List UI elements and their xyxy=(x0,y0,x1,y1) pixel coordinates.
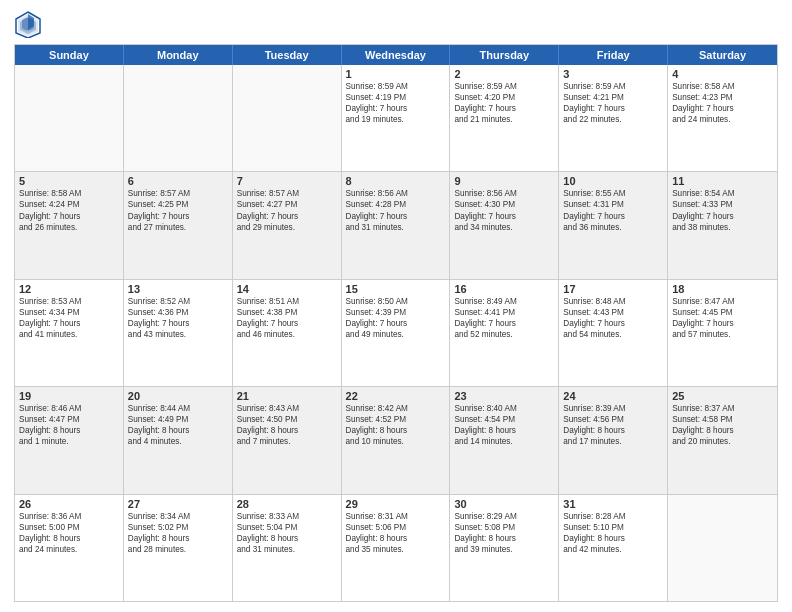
calendar-cell: 24Sunrise: 8:39 AMSunset: 4:56 PMDayligh… xyxy=(559,387,668,493)
cell-info-line: Daylight: 7 hours xyxy=(346,103,446,114)
header-day-sunday: Sunday xyxy=(15,45,124,65)
header-day-tuesday: Tuesday xyxy=(233,45,342,65)
cell-info-line: Daylight: 8 hours xyxy=(346,533,446,544)
cell-info-line: and 31 minutes. xyxy=(346,222,446,233)
cell-info-line: Sunrise: 8:59 AM xyxy=(454,81,554,92)
cell-info-line: Daylight: 7 hours xyxy=(346,211,446,222)
cell-info-line: Sunrise: 8:46 AM xyxy=(19,403,119,414)
cell-info-line: Daylight: 8 hours xyxy=(128,533,228,544)
cell-info-line: Sunrise: 8:57 AM xyxy=(237,188,337,199)
cell-info-line: and 22 minutes. xyxy=(563,114,663,125)
cell-info-line: and 46 minutes. xyxy=(237,329,337,340)
cell-info-line: and 28 minutes. xyxy=(128,544,228,555)
cell-info-line: and 34 minutes. xyxy=(454,222,554,233)
calendar-cell: 27Sunrise: 8:34 AMSunset: 5:02 PMDayligh… xyxy=(124,495,233,601)
cell-info-line: Sunrise: 8:57 AM xyxy=(128,188,228,199)
day-number: 13 xyxy=(128,283,228,295)
day-number: 11 xyxy=(672,175,773,187)
cell-info-line: Sunset: 4:28 PM xyxy=(346,199,446,210)
cell-info-line: Sunset: 4:38 PM xyxy=(237,307,337,318)
cell-info-line: Sunrise: 8:48 AM xyxy=(563,296,663,307)
cell-info-line: and 21 minutes. xyxy=(454,114,554,125)
day-number: 5 xyxy=(19,175,119,187)
day-number: 25 xyxy=(672,390,773,402)
logo xyxy=(14,10,46,38)
cell-info-line: Sunset: 4:52 PM xyxy=(346,414,446,425)
calendar: SundayMondayTuesdayWednesdayThursdayFrid… xyxy=(14,44,778,602)
cell-info-line: Sunset: 4:49 PM xyxy=(128,414,228,425)
calendar-week-4: 19Sunrise: 8:46 AMSunset: 4:47 PMDayligh… xyxy=(15,387,777,494)
calendar-cell: 11Sunrise: 8:54 AMSunset: 4:33 PMDayligh… xyxy=(668,172,777,278)
calendar-cell: 5Sunrise: 8:58 AMSunset: 4:24 PMDaylight… xyxy=(15,172,124,278)
cell-info-line: Sunset: 4:27 PM xyxy=(237,199,337,210)
calendar-cell xyxy=(233,65,342,171)
cell-info-line: Daylight: 7 hours xyxy=(563,103,663,114)
cell-info-line: Daylight: 7 hours xyxy=(128,211,228,222)
cell-info-line: Daylight: 7 hours xyxy=(128,318,228,329)
cell-info-line: Daylight: 7 hours xyxy=(237,318,337,329)
cell-info-line: Daylight: 7 hours xyxy=(346,318,446,329)
cell-info-line: and 36 minutes. xyxy=(563,222,663,233)
cell-info-line: Sunset: 4:19 PM xyxy=(346,92,446,103)
cell-info-line: and 20 minutes. xyxy=(672,436,773,447)
cell-info-line: Daylight: 8 hours xyxy=(454,533,554,544)
calendar-cell: 22Sunrise: 8:42 AMSunset: 4:52 PMDayligh… xyxy=(342,387,451,493)
cell-info-line: and 24 minutes. xyxy=(19,544,119,555)
cell-info-line: Sunrise: 8:44 AM xyxy=(128,403,228,414)
calendar-cell: 2Sunrise: 8:59 AMSunset: 4:20 PMDaylight… xyxy=(450,65,559,171)
day-number: 22 xyxy=(346,390,446,402)
cell-info-line: Sunrise: 8:54 AM xyxy=(672,188,773,199)
calendar-cell: 6Sunrise: 8:57 AMSunset: 4:25 PMDaylight… xyxy=(124,172,233,278)
cell-info-line: Daylight: 8 hours xyxy=(237,533,337,544)
day-number: 20 xyxy=(128,390,228,402)
cell-info-line: and 24 minutes. xyxy=(672,114,773,125)
calendar-cell: 17Sunrise: 8:48 AMSunset: 4:43 PMDayligh… xyxy=(559,280,668,386)
cell-info-line: Daylight: 7 hours xyxy=(672,211,773,222)
day-number: 17 xyxy=(563,283,663,295)
cell-info-line: Daylight: 8 hours xyxy=(346,425,446,436)
cell-info-line: Sunrise: 8:55 AM xyxy=(563,188,663,199)
logo-icon xyxy=(14,10,42,38)
cell-info-line: and 43 minutes. xyxy=(128,329,228,340)
cell-info-line: Sunrise: 8:50 AM xyxy=(346,296,446,307)
calendar-cell: 9Sunrise: 8:56 AMSunset: 4:30 PMDaylight… xyxy=(450,172,559,278)
cell-info-line: and 27 minutes. xyxy=(128,222,228,233)
header-day-friday: Friday xyxy=(559,45,668,65)
calendar-cell: 3Sunrise: 8:59 AMSunset: 4:21 PMDaylight… xyxy=(559,65,668,171)
cell-info-line: Sunrise: 8:29 AM xyxy=(454,511,554,522)
cell-info-line: Sunrise: 8:58 AM xyxy=(19,188,119,199)
day-number: 21 xyxy=(237,390,337,402)
cell-info-line: Daylight: 7 hours xyxy=(19,318,119,329)
calendar-week-3: 12Sunrise: 8:53 AMSunset: 4:34 PMDayligh… xyxy=(15,280,777,387)
header-day-wednesday: Wednesday xyxy=(342,45,451,65)
day-number: 19 xyxy=(19,390,119,402)
cell-info-line: Sunset: 4:39 PM xyxy=(346,307,446,318)
day-number: 26 xyxy=(19,498,119,510)
cell-info-line: and 54 minutes. xyxy=(563,329,663,340)
cell-info-line: Daylight: 7 hours xyxy=(454,103,554,114)
cell-info-line: Daylight: 7 hours xyxy=(672,318,773,329)
cell-info-line: Daylight: 8 hours xyxy=(454,425,554,436)
header-day-monday: Monday xyxy=(124,45,233,65)
cell-info-line: Sunset: 4:36 PM xyxy=(128,307,228,318)
calendar-cell: 18Sunrise: 8:47 AMSunset: 4:45 PMDayligh… xyxy=(668,280,777,386)
cell-info-line: Daylight: 7 hours xyxy=(563,318,663,329)
calendar-week-5: 26Sunrise: 8:36 AMSunset: 5:00 PMDayligh… xyxy=(15,495,777,601)
calendar-cell: 28Sunrise: 8:33 AMSunset: 5:04 PMDayligh… xyxy=(233,495,342,601)
cell-info-line: Sunrise: 8:39 AM xyxy=(563,403,663,414)
cell-info-line: and 39 minutes. xyxy=(454,544,554,555)
calendar-week-1: 1Sunrise: 8:59 AMSunset: 4:19 PMDaylight… xyxy=(15,65,777,172)
day-number: 4 xyxy=(672,68,773,80)
cell-info-line: Sunrise: 8:36 AM xyxy=(19,511,119,522)
cell-info-line: Daylight: 8 hours xyxy=(19,533,119,544)
day-number: 6 xyxy=(128,175,228,187)
day-number: 12 xyxy=(19,283,119,295)
cell-info-line: Sunset: 4:21 PM xyxy=(563,92,663,103)
cell-info-line: Daylight: 8 hours xyxy=(237,425,337,436)
cell-info-line: and 49 minutes. xyxy=(346,329,446,340)
cell-info-line: Sunset: 4:45 PM xyxy=(672,307,773,318)
calendar-cell: 8Sunrise: 8:56 AMSunset: 4:28 PMDaylight… xyxy=(342,172,451,278)
cell-info-line: Daylight: 7 hours xyxy=(563,211,663,222)
calendar-cell: 19Sunrise: 8:46 AMSunset: 4:47 PMDayligh… xyxy=(15,387,124,493)
cell-info-line: Sunrise: 8:51 AM xyxy=(237,296,337,307)
